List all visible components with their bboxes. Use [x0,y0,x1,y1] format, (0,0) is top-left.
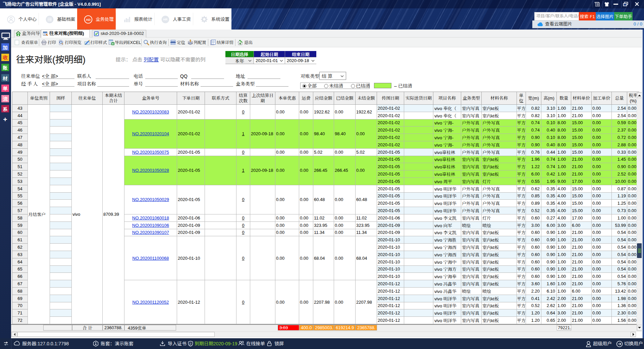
svg-text:正: 正 [189,342,192,346]
svg-text:AD: AD [86,18,91,21]
svg-text:HR: HR [163,18,168,21]
